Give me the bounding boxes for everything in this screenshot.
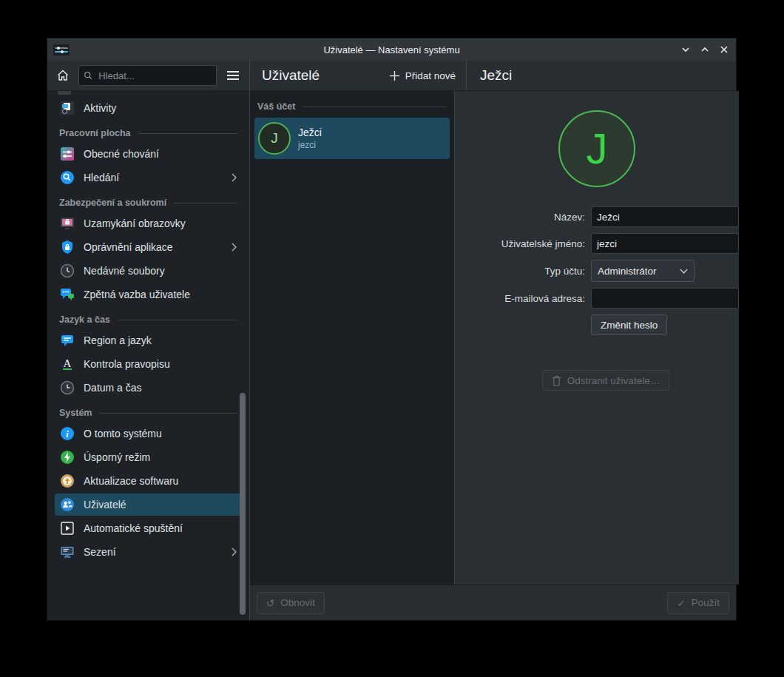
user-detail-panel: J Název: Uživatelské jméno: Typ účtu: Ad…	[455, 91, 739, 585]
sidebar-item-region-a-jazyk[interactable]: Region a jazyk	[55, 329, 242, 351]
recent-files-icon	[59, 263, 75, 279]
name-field[interactable]	[591, 206, 739, 227]
sidebar-item-label: Zpětná vazba uživatele	[84, 289, 190, 300]
users-icon	[59, 496, 75, 513]
user-login: jezci	[298, 140, 322, 150]
sidebar-item-o-tomto-systemu[interactable]: i O tomto systému	[55, 422, 242, 445]
search-field[interactable]	[78, 65, 217, 86]
sidebar-item-uzivatele[interactable]: Uživatelé	[55, 494, 242, 516]
app-permissions-icon	[59, 239, 75, 255]
home-button[interactable]	[53, 66, 72, 85]
svg-text:A: A	[64, 357, 72, 369]
hamburger-icon	[226, 70, 240, 81]
avatar-initial: J	[587, 127, 608, 170]
detail-header: Ježci	[467, 61, 736, 90]
sidebar-item-label: Aktualizace softwaru	[84, 475, 178, 487]
big-avatar[interactable]: J	[558, 110, 635, 187]
chevron-right-icon	[231, 242, 237, 252]
sidebar-item-label: Nedávné soubory	[84, 265, 165, 277]
trash-icon	[552, 375, 561, 386]
sidebar-section-jazyk-a-cas: Jazyk a čas	[55, 314, 242, 325]
sidebar-item-datum-a-cas[interactable]: Datum a čas	[55, 377, 242, 399]
screen-locking-icon	[59, 215, 75, 232]
reset-button[interactable]: ↺ Obnovit	[257, 592, 325, 614]
sidebar-section-pracovni-plocha: Pracovní plocha	[55, 128, 242, 138]
chevron-down-icon	[680, 269, 688, 274]
chevron-right-icon	[231, 547, 237, 557]
window-title: Uživatelé — Nastavení systému	[47, 44, 736, 55]
close-icon[interactable]	[718, 44, 730, 55]
sidebar-list: Aktivity Pracovní plocha Obecné chování	[47, 91, 249, 620]
user-name: Ježci	[298, 127, 322, 138]
sidebar-item-aktivity[interactable]: Aktivity	[55, 97, 242, 119]
your-account-section: Váš účet	[257, 101, 447, 112]
sidebar-item-uzamykani-obrazovky[interactable]: Uzamykání obrazovky	[55, 212, 242, 235]
about-system-icon: i	[59, 425, 75, 442]
change-password-button[interactable]: Změnit heslo	[591, 314, 667, 335]
sidebar-item-opravneni-aplikace[interactable]: Oprávnění aplikace	[55, 236, 242, 258]
sidebar: Aktivity Pracovní plocha Obecné chování	[47, 61, 249, 620]
date-time-icon	[59, 380, 75, 396]
sidebar-item-nedavne-soubory[interactable]: Nedávné soubory	[55, 260, 242, 282]
sidebar-item-label: Uzamykání obrazovky	[84, 218, 186, 229]
autostart-icon	[59, 520, 75, 536]
account-type-value: Administrátor	[598, 266, 657, 277]
partially-scrolled-item	[58, 91, 71, 95]
apply-button[interactable]: ✓ Použít	[667, 592, 729, 614]
sidebar-item-kontrola-pravopisu[interactable]: A Kontrola pravopisu	[55, 353, 242, 375]
sidebar-item-label: Obecné chování	[84, 148, 159, 160]
sidebar-item-label: Aktivity	[84, 102, 116, 114]
sidebar-item-hledani[interactable]: Hledání	[55, 166, 242, 189]
user-list-title: Uživatelé	[262, 67, 320, 84]
software-updates-icon	[59, 473, 75, 489]
delete-user-button[interactable]: Odstranit uživatele…	[542, 370, 669, 391]
undo-icon: ↺	[266, 597, 274, 609]
user-feedback-icon: ***	[59, 286, 75, 303]
user-row-jezci[interactable]: J Ježci jezci	[254, 118, 450, 159]
titlebar: Uživatelé — Nastavení systému	[47, 38, 736, 61]
spell-check-icon: A	[59, 356, 75, 372]
search-input[interactable]	[97, 70, 212, 82]
sidebar-section-zabezpeceni: Zabezpečení a soukromí	[55, 198, 242, 208]
user-avatar: J	[258, 122, 291, 155]
sidebar-scrollbar[interactable]	[240, 393, 246, 615]
user-list-panel: Váš účet J Ježci jezci	[250, 91, 454, 585]
region-language-icon	[59, 332, 75, 348]
home-icon	[56, 69, 70, 82]
activities-icon	[59, 100, 75, 116]
account-type-select[interactable]: Administrátor	[591, 260, 695, 282]
username-field[interactable]	[591, 233, 739, 254]
sidebar-item-zpetna-vazba[interactable]: *** Zpětná vazba uživatele	[55, 283, 242, 306]
power-saving-icon	[59, 449, 75, 465]
general-behavior-icon	[59, 146, 75, 162]
maximize-icon[interactable]	[699, 44, 711, 55]
email-field[interactable]	[591, 288, 739, 309]
hamburger-menu-button[interactable]	[223, 66, 243, 85]
minimize-icon[interactable]	[680, 44, 692, 55]
add-new-user-button[interactable]: Přidat nové	[385, 67, 460, 85]
sidebar-item-label: O tomto systému	[84, 428, 162, 439]
sidebar-item-label: Automatické spuštění	[84, 522, 183, 534]
app-icon	[53, 44, 70, 55]
user-detail-form: Název: Uživatelské jméno: Typ účtu: Admi…	[473, 206, 739, 335]
sidebar-item-obecne-chovani[interactable]: Obecné chování	[55, 143, 242, 165]
sidebar-item-automaticke-spusteni[interactable]: Automatické spuštění	[55, 517, 242, 539]
sidebar-item-aktualizace-softwaru[interactable]: Aktualizace softwaru	[55, 470, 242, 492]
search-icon	[84, 70, 92, 81]
sidebar-item-label: Datum a čas	[84, 382, 142, 394]
sidebar-item-sezeni[interactable]: Sezení	[55, 541, 242, 563]
sidebar-item-label: Úsporný režim	[84, 451, 150, 463]
sidebar-item-usporny-rezim[interactable]: Úsporný režim	[55, 446, 242, 468]
sidebar-item-label: Region a jazyk	[84, 334, 152, 346]
footer-bar: ↺ Obnovit ✓ Použít	[250, 585, 736, 620]
sidebar-section-system: Systém	[55, 408, 242, 418]
sidebar-item-label: Oprávnění aplikace	[84, 241, 173, 253]
name-label: Název:	[473, 212, 585, 223]
sidebar-item-label: Uživatelé	[84, 499, 126, 511]
checkmark-icon: ✓	[677, 597, 685, 609]
username-label: Uživatelské jméno:	[473, 238, 585, 249]
email-label: E-mailová adresa:	[473, 293, 585, 304]
account-type-label: Typ účtu:	[473, 266, 585, 277]
chevron-right-icon	[231, 172, 237, 183]
system-settings-window: Uživatelé — Nastavení systému	[47, 38, 736, 620]
